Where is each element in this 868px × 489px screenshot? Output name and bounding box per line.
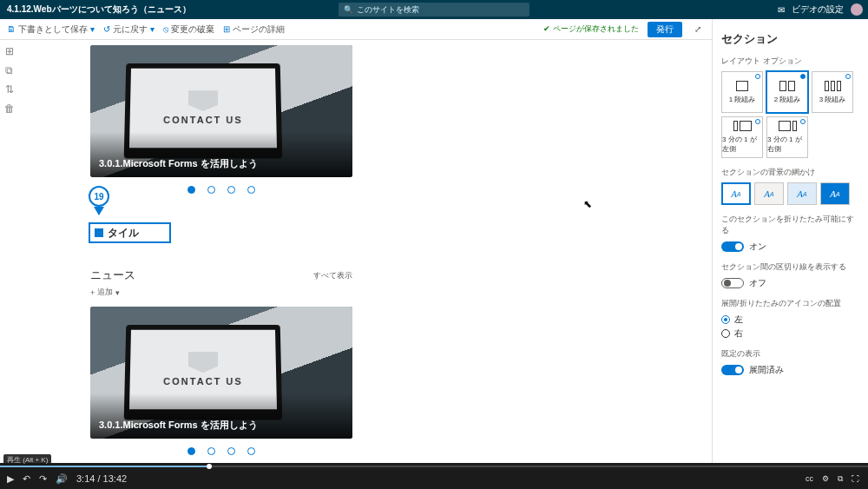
divider-label: セクション間の区切り線を表示する xyxy=(721,261,859,273)
skip-back-button[interactable]: ↶ xyxy=(23,473,30,485)
time-display: 3:14 / 13:42 xyxy=(76,473,127,484)
page-canvas: CONTACT US 3.0.1.Microsoft Forms を活用しよう … xyxy=(19,40,712,463)
layout-2col[interactable]: 2 段組み xyxy=(766,71,808,113)
volume-button[interactable]: 🔊 xyxy=(56,473,68,485)
shading-label: セクションの背景の網かけ xyxy=(721,167,859,178)
background-shading: AA AA AA AA xyxy=(721,182,859,205)
toolbox-rail: ⊞ ⧉ ⇅ 🗑 xyxy=(0,40,19,463)
carousel-dot-1[interactable] xyxy=(187,186,195,194)
search-placeholder: このサイトを検索 xyxy=(357,4,419,16)
news-card[interactable]: CONTACT US 3.0.1.Microsoft Forms を活用しよう xyxy=(90,45,352,177)
pip-button[interactable]: ⧉ xyxy=(838,474,843,484)
publish-button[interactable]: 発行 xyxy=(648,22,682,37)
carousel-dots xyxy=(90,447,352,455)
carousel-dot-4[interactable] xyxy=(247,447,255,455)
layout-options-label: レイアウト オプション xyxy=(721,56,859,67)
plus-icon: + xyxy=(90,288,95,297)
page-details-button[interactable]: ⊞ページの詳細 xyxy=(223,23,285,36)
play-button[interactable]: ▶ xyxy=(7,473,14,485)
envelope-icon xyxy=(188,352,218,373)
cursor-icon: ⬉ xyxy=(583,198,592,210)
carousel-dot-4[interactable] xyxy=(247,186,255,194)
saved-status: ✔ ページが保存されました xyxy=(543,23,639,35)
avatar[interactable] xyxy=(851,3,863,16)
save-icon: 🗎 xyxy=(7,24,16,34)
progress-fill xyxy=(0,466,209,467)
news-heading: ニュース xyxy=(90,268,135,283)
divider-toggle[interactable]: オフ xyxy=(721,277,859,289)
carousel-dot-3[interactable] xyxy=(227,447,235,455)
news-card[interactable]: CONTACT US 3.0.1.Microsoft Forms を活用しよう xyxy=(90,307,352,439)
captions-button[interactable]: cc xyxy=(806,474,813,483)
envelope-icon xyxy=(188,90,218,111)
shade-none[interactable]: AA xyxy=(721,182,751,205)
page-title: 4.1.12.Webパーツについて知ろう（ニュース） xyxy=(0,3,198,16)
settings-gear-icon[interactable]: ⚙ xyxy=(822,474,829,483)
contact-us-text: CONTACT US xyxy=(163,115,243,125)
news-carousel: CONTACT US 3.0.1.Microsoft Forms を活用しよう xyxy=(90,45,352,194)
layout-third-right[interactable]: 3 分の 1 が右側 xyxy=(766,116,808,158)
iconpos-group: 左 右 xyxy=(721,314,859,340)
default-display-toggle[interactable]: 展開済み xyxy=(721,364,859,376)
shade-neutral[interactable]: AA xyxy=(754,182,784,205)
video-player-bar: 再生 (Alt + K) ▶ ↶ ↷ 🔊 3:14 / 13:42 cc ⚙ ⧉… xyxy=(0,463,868,489)
save-draft-button[interactable]: 🗎下書きとして保存▾ xyxy=(7,23,95,36)
carousel-dot-3[interactable] xyxy=(227,186,235,194)
undo-icon: ↺ xyxy=(103,24,110,34)
news-add-button[interactable]: +追加 ▾ xyxy=(90,287,352,298)
video-settings-label[interactable]: ビデオの設定 xyxy=(792,3,844,16)
mail-icon[interactable]: ✉ xyxy=(778,5,785,15)
callout-arrow-icon xyxy=(94,207,104,215)
carousel-dot-2[interactable] xyxy=(207,447,215,455)
layout-1col[interactable]: 1 段組み xyxy=(721,71,763,113)
card-caption: 3.0.1.Microsoft Forms を活用しよう xyxy=(99,419,258,432)
check-icon: ✔ xyxy=(543,24,550,33)
expand-button[interactable]: ⤢ xyxy=(691,24,705,34)
discard-icon: ⦸ xyxy=(163,24,168,35)
callout-number: 19 xyxy=(89,186,109,207)
default-display-label: 既定の表示 xyxy=(721,348,859,360)
collapsible-toggle[interactable]: オン xyxy=(721,241,859,253)
tile-square-icon xyxy=(95,228,103,237)
move-section-icon[interactable]: ⇅ xyxy=(5,83,14,96)
carousel-dot-2[interactable] xyxy=(207,186,215,194)
add-section-icon[interactable]: ⊞ xyxy=(5,45,14,57)
skip-fwd-button[interactable]: ↷ xyxy=(39,473,47,485)
suite-header: 4.1.12.Webパーツについて知ろう（ニュース） 🔍 このサイトを検索 ✉ … xyxy=(0,0,868,19)
carousel-dots xyxy=(90,186,352,194)
search-icon: 🔍 xyxy=(344,5,353,14)
iconpos-right[interactable]: 右 xyxy=(721,327,859,340)
fullscreen-button[interactable]: ⛶ xyxy=(852,474,859,483)
iconpos-left[interactable]: 左 xyxy=(721,314,859,326)
progress-thumb[interactable] xyxy=(207,464,212,469)
play-hint: 再生 (Alt + K) xyxy=(3,454,51,466)
layout-3col[interactable]: 3 段組み xyxy=(812,71,853,113)
news-see-all[interactable]: すべて表示 xyxy=(313,270,352,281)
layout-options: 1 段組み 2 段組み 3 段組み 3 分の 1 が左側 3 分の 1 が右側 xyxy=(721,71,859,158)
chevron-down-icon: ▾ xyxy=(150,24,155,34)
news-section: ニュース すべて表示 +追加 ▾ CONTACT US 3.0.1.Micros… xyxy=(90,268,352,455)
copy-section-icon[interactable]: ⧉ xyxy=(5,64,13,76)
shade-strong[interactable]: AA xyxy=(820,182,850,205)
card-caption: 3.0.1.Microsoft Forms を活用しよう xyxy=(99,157,258,170)
command-bar: 🗎下書きとして保存▾ ↺元に戻す▾ ⦸変更の破棄 ⊞ページの詳細 ✔ ページが保… xyxy=(0,19,712,40)
search-box[interactable]: 🔍 このサイトを検索 xyxy=(339,3,529,17)
panel-title: セクション xyxy=(721,31,859,47)
tile-heading[interactable]: タイル xyxy=(89,222,171,243)
shade-soft[interactable]: AA xyxy=(787,182,817,205)
collapsible-label: このセクションを折りたたみ可能にする xyxy=(721,214,859,236)
layout-third-left[interactable]: 3 分の 1 が左側 xyxy=(721,116,763,158)
iconpos-label: 展開/折りたたみのアイコンの配置 xyxy=(721,298,859,309)
chevron-down-icon: ▾ xyxy=(115,288,120,297)
section-panel: セクション レイアウト オプション 1 段組み 2 段組み 3 段組み 3 分の… xyxy=(712,19,868,463)
carousel-dot-1[interactable] xyxy=(187,447,195,455)
details-icon: ⊞ xyxy=(223,24,230,34)
tile-label: タイル xyxy=(108,226,139,241)
undo-button[interactable]: ↺元に戻す▾ xyxy=(103,23,155,36)
delete-section-icon[interactable]: 🗑 xyxy=(4,102,15,115)
discard-button[interactable]: ⦸変更の破棄 xyxy=(163,23,214,36)
chevron-down-icon: ▾ xyxy=(90,24,95,34)
